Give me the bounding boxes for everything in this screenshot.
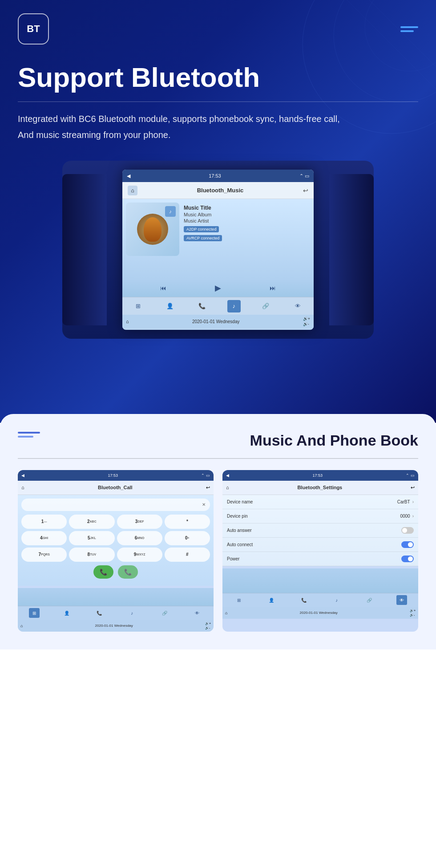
auto-answer-toggle[interactable]	[401, 527, 414, 534]
volume-down-icon[interactable]: 🔊-	[303, 322, 310, 326]
key-6[interactable]: 6MNO	[117, 531, 162, 545]
playback-controls: ⏮ ▶ ⏭	[122, 279, 314, 297]
call-nav-person[interactable]: 👤	[61, 608, 72, 618]
settings-home-icon[interactable]: ⌂	[226, 485, 229, 490]
call-volume-controls: 🔊+ 🔊-	[205, 622, 211, 630]
call-nav-music[interactable]: ♪	[127, 608, 137, 618]
auto-answer-label: Auto answer	[227, 528, 252, 533]
back-icon[interactable]: ↩	[303, 187, 308, 194]
prev-track-button[interactable]: ⏮	[160, 284, 166, 292]
car-display: ◀ 17:53 ⌃ ▭ ⌂ Bluetooth_Music ↩	[18, 161, 418, 339]
music-album: Music Album	[184, 212, 222, 217]
key-star[interactable]: *	[165, 515, 210, 529]
status-icons: ⌃ ▭	[299, 173, 309, 179]
settings-status-bar: ◀ 17:53 ⌃ ▭	[222, 470, 418, 481]
back-arrow-icon[interactable]: ◀	[127, 173, 130, 179]
nav-link-icon[interactable]: 🔗	[259, 300, 272, 312]
dialer-clear-icon[interactable]: ✕	[202, 502, 206, 507]
dialer-input[interactable]: ✕	[21, 499, 210, 511]
screen-nav-bar: ⌂ Bluetooth_Music ↩	[122, 182, 314, 199]
device-name-chevron-icon: ›	[412, 499, 414, 504]
call-action-row: 📞 📞	[21, 565, 210, 579]
device-name-row[interactable]: Device name CarBT ›	[222, 495, 418, 509]
key-5[interactable]: 5JKL	[69, 531, 114, 545]
nav-person-icon[interactable]: 👤	[163, 300, 177, 312]
settings-nav-eye[interactable]: 👁	[396, 595, 407, 605]
settings-back-nav-icon[interactable]: ↩	[411, 485, 415, 491]
top-bar: BT	[18, 13, 418, 45]
key-0[interactable]: 0+	[165, 531, 210, 545]
music-artist: Music Artist	[184, 218, 222, 223]
nav-music-icon[interactable]: ♪	[227, 300, 241, 312]
settings-time: 17:53	[312, 473, 323, 478]
next-track-button[interactable]: ⏭	[270, 284, 276, 292]
dual-screens: ◀ 17:53 ⌃ ▭ ⌂ Bluetooth_Call ↩ ✕ 1— 2ABC	[18, 470, 418, 632]
nav-eye-icon[interactable]: 👁	[291, 300, 304, 312]
call-nav-link[interactable]: 🔗	[159, 608, 170, 618]
settings-nav-bar: ⌂ Bluetooth_Settings ↩	[222, 481, 418, 495]
lower-section: Music And Phone Book ◀ 17:53 ⌃ ▭ ⌂ Bluet…	[0, 414, 436, 649]
call-back-nav-icon[interactable]: ↩	[206, 485, 210, 491]
call-nav-eye[interactable]: 👁	[192, 608, 202, 618]
nav-grid-icon[interactable]: ⊞	[132, 300, 145, 312]
settings-content: Device name CarBT › Device pin 0000 ›	[222, 495, 418, 566]
music-content: ♪ Music Title Music Album Music Artist A…	[122, 199, 314, 279]
hamburger-menu-icon[interactable]	[400, 26, 418, 32]
call-button[interactable]: 📞	[93, 565, 113, 579]
settings-vol-down[interactable]: 🔊-	[410, 613, 416, 617]
auto-connect-toggle[interactable]	[401, 541, 414, 548]
power-toggle[interactable]	[401, 556, 414, 562]
call-vol-up[interactable]: 🔊+	[205, 622, 211, 625]
call-nav-grid[interactable]: ⊞	[29, 608, 40, 618]
settings-back-icon[interactable]: ◀	[226, 473, 229, 478]
volume-up-icon[interactable]: 🔊+	[303, 316, 310, 321]
key-9[interactable]: 9WXYZ	[117, 548, 162, 562]
settings-nav-grid[interactable]: ⊞	[234, 595, 244, 605]
key-2[interactable]: 2ABC	[69, 515, 114, 529]
power-row[interactable]: Power	[222, 552, 418, 566]
settings-vol-up[interactable]: 🔊+	[410, 609, 416, 612]
key-hash[interactable]: #	[165, 548, 210, 562]
main-screen: ◀ 17:53 ⌃ ▭ ⌂ Bluetooth_Music ↩	[122, 170, 314, 330]
lower-menu-icon	[18, 432, 40, 438]
device-pin-label: Device pin	[227, 514, 248, 519]
music-note-icon: ♪	[165, 206, 176, 217]
car-left-vent	[62, 174, 107, 325]
page-title: Support Bluetooth	[18, 62, 418, 93]
volume-controls: 🔊+ 🔊-	[303, 316, 310, 326]
call-status-bar: ◀ 17:53 ⌃ ▭	[18, 470, 214, 481]
auto-connect-row[interactable]: Auto connect	[222, 538, 418, 552]
screen-time: 17:53	[209, 173, 221, 178]
call-wave-area	[18, 588, 214, 606]
call-nav-phone[interactable]: 📞	[94, 608, 105, 618]
album-person-art	[144, 217, 161, 242]
call-nav-title: Bluetooth_Call	[98, 485, 133, 490]
a2dp-badge: A2DP connected	[184, 226, 219, 232]
avrcp-badge: AVRCP connected	[184, 235, 222, 241]
key-4[interactable]: 4GHI	[21, 531, 67, 545]
key-1[interactable]: 1—	[21, 515, 67, 529]
home-icon[interactable]: ⌂	[128, 186, 137, 195]
hangup-button[interactable]: 📞	[118, 565, 138, 579]
settings-volume-controls: 🔊+ 🔊-	[410, 609, 416, 617]
auto-answer-row[interactable]: Auto answer	[222, 523, 418, 538]
settings-nav-phone[interactable]: 📞	[299, 595, 309, 605]
settings-nav-person[interactable]: 👤	[266, 595, 277, 605]
key-3[interactable]: 3DEF	[117, 515, 162, 529]
auto-connect-label: Auto connect	[227, 542, 253, 547]
power-label: Power	[227, 556, 239, 561]
settings-footer-date: 2020-01-01 Wednesday	[227, 611, 409, 615]
call-vol-down[interactable]: 🔊-	[205, 626, 211, 630]
nav-phone-icon[interactable]: 📞	[195, 300, 209, 312]
call-home-icon[interactable]: ⌂	[21, 485, 24, 490]
settings-nav-link[interactable]: 🔗	[364, 595, 375, 605]
home-footer-icon[interactable]: ⌂	[126, 319, 129, 324]
lower-header: Music And Phone Book	[18, 432, 418, 449]
key-8[interactable]: 8TUV	[69, 548, 114, 562]
call-back-icon[interactable]: ◀	[21, 473, 24, 478]
call-footer-date: 2020-01-01 Wednesday	[23, 624, 205, 628]
settings-nav-music[interactable]: ♪	[331, 595, 342, 605]
key-7[interactable]: 7PQRS	[21, 548, 67, 562]
play-button[interactable]: ▶	[215, 283, 221, 293]
device-pin-row[interactable]: Device pin 0000 ›	[222, 509, 418, 523]
